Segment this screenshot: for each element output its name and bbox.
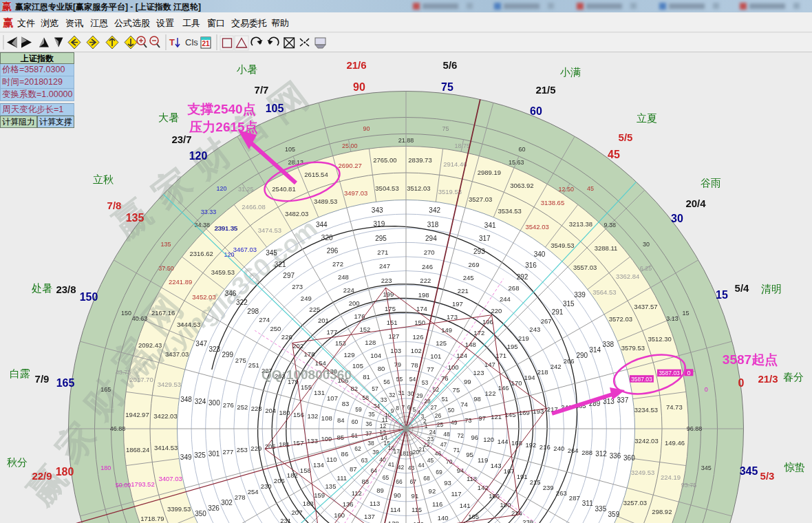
svg-text:79: 79 (394, 361, 402, 368)
svg-text:343: 343 (372, 206, 383, 214)
svg-text:224: 224 (343, 286, 354, 294)
svg-text:3234.53: 3234.53 (634, 406, 658, 414)
svg-text:立秋: 立秋 (93, 173, 114, 185)
svg-text:248: 248 (338, 273, 349, 281)
svg-text:122: 122 (485, 389, 496, 397)
svg-text:3249.53: 3249.53 (631, 469, 654, 476)
svg-text:300: 300 (209, 399, 220, 407)
svg-text:66: 66 (396, 478, 403, 485)
svg-text:193: 193 (533, 407, 544, 415)
svg-text:90: 90 (363, 125, 370, 132)
svg-text:155: 155 (301, 383, 312, 391)
svg-text:44: 44 (418, 462, 425, 469)
svg-text:176: 176 (354, 312, 365, 320)
svg-text:46.88: 46.88 (110, 425, 126, 432)
svg-text:5/6: 5/6 (443, 59, 458, 71)
svg-text:168: 168 (511, 439, 522, 447)
svg-text:43.75: 43.75 (116, 369, 131, 376)
svg-text:5: 5 (412, 406, 416, 413)
svg-text:194: 194 (524, 374, 535, 381)
svg-text:298.92: 298.92 (652, 508, 672, 515)
svg-text:处暑: 处暑 (32, 282, 52, 294)
svg-text:249: 249 (301, 295, 312, 302)
svg-text:3504.53: 3504.53 (375, 184, 398, 192)
svg-text:3557.03: 3557.03 (573, 264, 597, 271)
svg-text:3467.03: 3467.03 (233, 246, 257, 253)
svg-text:47: 47 (440, 441, 447, 448)
svg-text:3534.53: 3534.53 (498, 207, 522, 215)
svg-text:30: 30 (671, 213, 683, 224)
svg-text:290: 290 (576, 352, 588, 359)
svg-text:273: 273 (292, 283, 303, 290)
svg-text:272: 272 (332, 260, 343, 268)
svg-text:3497.03: 3497.03 (344, 189, 367, 197)
svg-text:323: 323 (209, 345, 220, 353)
svg-text:139: 139 (413, 520, 424, 523)
svg-text:立夏: 立夏 (637, 112, 657, 124)
svg-text:3549.53: 3549.53 (551, 242, 574, 249)
svg-text:298: 298 (247, 308, 259, 315)
svg-text:301: 301 (209, 450, 220, 458)
svg-text:342: 342 (429, 206, 440, 214)
svg-text:72: 72 (458, 432, 464, 439)
svg-text:35: 35 (368, 411, 375, 418)
svg-text:38: 38 (367, 440, 374, 447)
svg-text:115: 115 (412, 506, 422, 513)
svg-text:126: 126 (413, 333, 424, 341)
svg-text:247: 247 (379, 262, 390, 270)
svg-text:89: 89 (376, 487, 384, 494)
svg-text:23: 23 (427, 436, 434, 442)
svg-text:146: 146 (498, 384, 509, 392)
svg-text:149.46: 149.46 (665, 439, 685, 447)
svg-text:180: 180 (56, 466, 74, 478)
svg-text:100: 100 (448, 363, 459, 371)
svg-text:33: 33 (381, 396, 387, 403)
svg-text:150: 150 (121, 310, 131, 317)
svg-text:39: 39 (372, 449, 379, 456)
svg-text:60: 60 (352, 418, 359, 425)
svg-text:77: 77 (427, 365, 434, 373)
svg-text:239: 239 (543, 484, 554, 491)
svg-text:223: 223 (381, 277, 392, 284)
svg-text:21: 21 (202, 40, 211, 47)
svg-text:84: 84 (337, 416, 345, 424)
svg-text:112: 112 (352, 489, 362, 497)
svg-text:支撑2540点: 支撑2540点 (186, 102, 255, 116)
svg-text:80: 80 (378, 365, 385, 372)
svg-text:264: 264 (568, 447, 579, 454)
svg-text:252: 252 (237, 403, 248, 411)
svg-text:25.00: 25.00 (342, 142, 358, 149)
svg-text:3489.53: 3489.53 (314, 198, 337, 205)
svg-text:3579.53: 3579.53 (621, 344, 645, 352)
svg-text:3242.03: 3242.03 (634, 437, 658, 445)
svg-text:293: 293 (473, 248, 485, 255)
svg-text:207: 207 (292, 509, 303, 516)
svg-text:75: 75 (441, 81, 453, 93)
svg-text:3564.53: 3564.53 (592, 288, 616, 296)
svg-text:26: 26 (435, 412, 442, 419)
svg-text:57: 57 (372, 385, 378, 392)
svg-text:109: 109 (321, 435, 332, 442)
svg-text:125: 125 (436, 339, 447, 347)
svg-text:326: 326 (208, 504, 220, 512)
svg-text:7/7: 7/7 (255, 84, 269, 96)
svg-text:263: 263 (556, 489, 567, 497)
svg-text:98: 98 (473, 395, 481, 403)
svg-text:3213.38: 3213.38 (569, 220, 592, 228)
svg-text:2615.54: 2615.54 (304, 171, 328, 178)
svg-text:245: 245 (463, 274, 474, 281)
svg-text:3399.53: 3399.53 (167, 505, 191, 513)
svg-text:201: 201 (318, 317, 329, 324)
svg-text:75: 75 (453, 386, 460, 394)
svg-text:2765.00: 2765.00 (373, 156, 396, 164)
svg-text:230: 230 (261, 482, 272, 490)
svg-text:144: 144 (498, 438, 509, 445)
svg-text:92: 92 (429, 487, 436, 495)
svg-text:318: 318 (427, 221, 439, 228)
svg-text:225: 225 (309, 306, 320, 313)
svg-text:251: 251 (248, 361, 259, 369)
svg-text:3422.03: 3422.03 (153, 412, 177, 420)
svg-text:7/8: 7/8 (107, 200, 122, 211)
svg-text:266: 266 (564, 357, 575, 365)
svg-text:218: 218 (537, 368, 548, 376)
